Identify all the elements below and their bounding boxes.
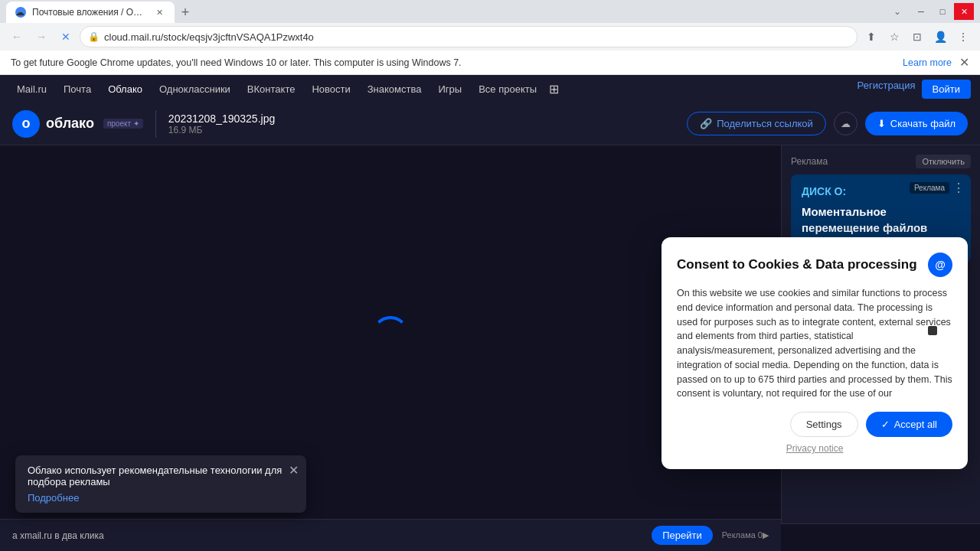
site-navigation: Mail.ru Почта Облако Одноклассники ВКонт… — [0, 75, 980, 103]
ad-label: Реклама — [791, 156, 828, 167]
all-projects-grid-icon[interactable]: ⊞ — [549, 82, 559, 96]
update-notification-bar: To get future Google Chrome updates, you… — [0, 51, 980, 75]
minimize-button[interactable]: ─ — [911, 3, 931, 20]
notification-text: Облако использует рекомендательные техно… — [28, 465, 294, 487]
file-header: о облако проект ✦ 20231208_190325.jpg 16… — [0, 103, 980, 145]
loading-spinner — [372, 316, 409, 353]
notification-detail-link[interactable]: Подробнее — [28, 492, 294, 504]
file-size: 16.9 МБ — [168, 125, 275, 135]
profile-button[interactable]: 👤 — [929, 26, 951, 47]
tab-scroll-button[interactable]: ⌄ — [890, 6, 905, 17]
nav-item-igry[interactable]: Игры — [430, 75, 469, 103]
ad-disable-button[interactable]: Отключить — [916, 155, 971, 168]
cloud-logo-text: облако — [46, 116, 94, 132]
url-text: cloud.mail.ru/stock/eqsjv3jcftnVSAQA1Pzw… — [104, 31, 849, 43]
forward-button[interactable]: → — [31, 26, 52, 47]
tab-close-button[interactable]: ✕ — [153, 6, 165, 18]
site-nav-actions: Регистрация Войти — [858, 80, 971, 99]
tab-favicon: ☁ — [15, 7, 26, 18]
cloud-logo: о облако проект ✦ — [12, 110, 143, 138]
file-actions: 🔗 Поделиться ссылкой ☁ ⬇ Скачать файл — [687, 112, 968, 135]
maximize-button[interactable]: □ — [933, 3, 952, 20]
nav-item-pochta[interactable]: Почта — [56, 75, 99, 103]
nav-item-novosti[interactable]: Новости — [304, 75, 358, 103]
title-bar: ☁ Почтовые вложения / Облако Ма... ✕ + ⌄… — [0, 0, 980, 23]
update-dismiss-button[interactable]: ✕ — [959, 55, 969, 70]
close-button[interactable]: ✕ — [954, 3, 974, 20]
file-name: 20231208_190325.jpg — [168, 112, 275, 125]
register-link[interactable]: Регистрация — [858, 80, 916, 99]
cookie-modal-header: Consent to Cookies & Data processing @ — [677, 253, 952, 277]
cookie-modal-body: On this website we use cookies and simil… — [677, 286, 952, 401]
login-button[interactable]: Войти — [922, 80, 971, 99]
ad-tag: Реклама — [910, 182, 949, 194]
cookie-accept-button[interactable]: ✓ Accept all — [866, 412, 952, 437]
menu-button[interactable]: ⋮ — [952, 26, 974, 47]
cookie-privacy-notice[interactable]: Privacy notice — [677, 443, 952, 454]
browser-tab-active[interactable]: ☁ Почтовые вложения / Облако Ма... ✕ — [6, 2, 175, 23]
upload-to-cloud-button[interactable]: ☁ — [834, 112, 858, 135]
download-file-button[interactable]: ⬇ Скачать файл — [865, 112, 968, 135]
nav-item-vkontakte[interactable]: ВКонтакте — [240, 75, 303, 103]
browser-frame: ☁ Почтовые вложения / Облако Ма... ✕ + ⌄… — [0, 0, 980, 551]
bookmark-button[interactable]: ☆ — [884, 26, 905, 47]
cookie-settings-button[interactable]: Settings — [790, 412, 858, 437]
nav-item-oblako[interactable]: Облако — [100, 75, 150, 103]
nav-item-vse-proekty[interactable]: Все проекты — [471, 75, 544, 103]
header-divider — [155, 110, 156, 138]
browser-toolbar: ← → ✕ 🔒 cloud.mail.ru/stock/eqsjv3jcftnV… — [0, 23, 980, 51]
bottom-ad-bar: a xmail.ru в два клика Перейти Реклама 0… — [0, 519, 781, 551]
nav-item-mail[interactable]: Mail.ru — [9, 75, 54, 103]
ad-label-row: Реклама Отключить — [791, 155, 971, 168]
file-info: 20231208_190325.jpg 16.9 МБ — [168, 112, 275, 135]
cloud-logo-icon: о — [12, 110, 40, 138]
cookie-modal-corner-decoration — [928, 326, 937, 335]
cookie-consent-modal: Consent to Cookies & Data processing @ O… — [662, 237, 968, 469]
cookie-modal-brand-icon: @ — [928, 253, 952, 277]
sidebar-toggle-button[interactable]: ⊡ — [906, 26, 928, 47]
address-bar[interactable]: 🔒 cloud.mail.ru/stock/eqsjv3jcftnVSAQA1P… — [80, 26, 858, 47]
share-icon: 🔗 — [700, 118, 712, 129]
ad-more-button[interactable]: ⋮ — [952, 181, 965, 195]
recommendation-notification: ✕ Облако использует рекомендательные тех… — [15, 455, 306, 513]
cookie-modal-actions: Settings ✓ Accept all — [677, 412, 952, 437]
check-icon: ✓ — [881, 419, 890, 430]
bottom-ad-goto-button[interactable]: Перейти — [652, 526, 713, 545]
nav-item-odnoklassniki[interactable]: Одноклассники — [152, 75, 238, 103]
back-button[interactable]: ← — [6, 26, 28, 47]
lock-icon: 🔒 — [88, 31, 100, 42]
new-tab-button[interactable]: + — [175, 2, 196, 23]
learn-more-link[interactable]: Learn more — [903, 57, 952, 68]
cookie-modal-title: Consent to Cookies & Data processing — [677, 257, 920, 272]
main-area: о облако проект ✦ 20231208_190325.jpg 16… — [0, 103, 980, 551]
bottom-ad-text: a xmail.ru в два клика — [12, 530, 642, 541]
reload-button[interactable]: ✕ — [55, 26, 77, 47]
cloud-logo-badge: проект ✦ — [103, 119, 143, 129]
tab-bar: ☁ Почтовые вложения / Облако Ма... ✕ + — [6, 0, 887, 23]
window-controls: ─ □ ✕ — [911, 3, 974, 20]
share-page-button[interactable]: ⬆ — [861, 26, 882, 47]
notification-close-button[interactable]: ✕ — [289, 463, 299, 478]
tab-title: Почтовые вложения / Облако Ма... — [32, 7, 147, 18]
download-icon: ⬇ — [877, 118, 886, 129]
bottom-ad-label: Реклама 0▶ — [722, 530, 769, 540]
toolbar-actions: ⬆ ☆ ⊡ 👤 ⋮ — [861, 26, 974, 47]
update-message: To get future Google Chrome updates, you… — [11, 57, 462, 68]
nav-item-znakomstva[interactable]: Знакомства — [360, 75, 430, 103]
share-link-button[interactable]: 🔗 Поделиться ссылкой — [687, 112, 826, 135]
